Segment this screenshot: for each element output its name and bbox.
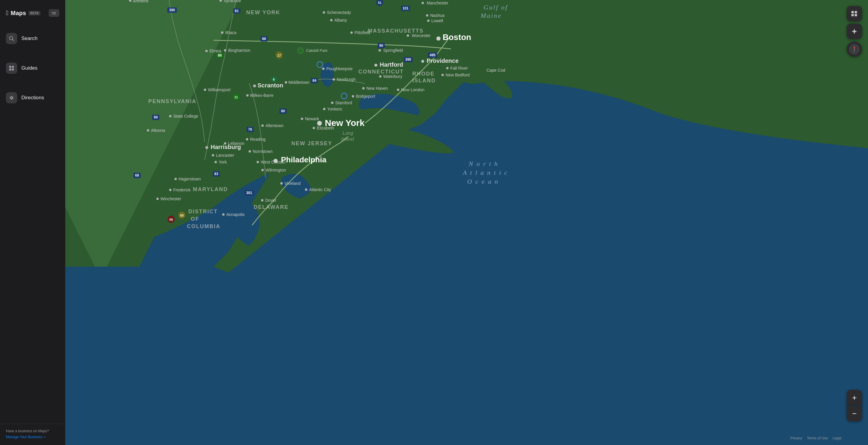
svg-text:Bridgeport: Bridgeport (356, 94, 375, 99)
business-prompt: Have a business on Maps? (6, 429, 59, 434)
svg-point-131 (215, 161, 217, 163)
svg-point-101 (331, 102, 334, 104)
sidebar-item-guides[interactable]: Guides (0, 53, 65, 83)
svg-text:Syracuse: Syracuse (224, 0, 241, 3)
sidebar-item-search[interactable]: Search (0, 24, 65, 53)
svg-point-149 (156, 198, 159, 200)
beta-badge: BETA (29, 11, 40, 15)
svg-text:York: York (219, 160, 227, 164)
svg-text:Frederick: Frederick (173, 187, 191, 192)
svg-point-145 (169, 189, 172, 191)
svg-text:N: N (854, 46, 855, 48)
svg-point-71 (317, 121, 322, 126)
svg-text:Manchester: Manchester (427, 1, 448, 5)
layers-button[interactable] (847, 6, 862, 21)
svg-text:Allentown: Allentown (266, 123, 284, 128)
map-svg: .ocean { fill: #1a4a6e; } .land { fill: … (65, 0, 868, 445)
svg-text:Providence: Providence (427, 58, 459, 64)
svg-text:Worcester: Worcester (412, 33, 431, 38)
svg-text:NEW YORK: NEW YORK (246, 9, 280, 15)
svg-line-1 (12, 39, 14, 41)
svg-text:West Chester: West Chester (261, 160, 286, 164)
svg-point-69 (436, 36, 440, 41)
svg-point-159 (205, 50, 208, 52)
svg-point-143 (222, 213, 224, 216)
svg-point-163 (221, 31, 223, 34)
apple-logo-icon:  (6, 10, 8, 16)
svg-point-109 (261, 125, 264, 127)
svg-text:Annapolis: Annapolis (226, 212, 245, 217)
svg-point-79 (378, 49, 381, 52)
svg-text:A t l a n t i c: A t l a n t i c (462, 169, 508, 176)
legal-link[interactable]: Legal (833, 436, 841, 440)
svg-point-169 (426, 14, 428, 16)
svg-text:Wilkes-Barre: Wilkes-Barre (250, 93, 274, 98)
svg-text:Yonkers: Yonkers (327, 107, 342, 111)
sidebar-item-directions[interactable]: Directions (0, 83, 65, 112)
svg-text:Island: Island (341, 137, 354, 142)
svg-text:50: 50 (180, 214, 184, 217)
svg-text:Reading: Reading (250, 137, 266, 142)
location-button[interactable] (847, 24, 862, 39)
svg-rect-179 (851, 14, 854, 16)
svg-point-167 (427, 20, 430, 22)
sidebar-toggle-button[interactable] (49, 9, 59, 17)
svg-rect-180 (855, 14, 857, 16)
svg-text:DISTRICT: DISTRICT (188, 209, 218, 214)
svg-text:New London: New London (401, 88, 425, 92)
svg-text:Nashua: Nashua (430, 13, 444, 18)
svg-point-77 (421, 60, 424, 63)
svg-text:301: 301 (246, 191, 252, 195)
svg-text:MARYLAND: MARYLAND (193, 186, 228, 192)
svg-text:State College: State College (173, 114, 198, 118)
compass-label: N (849, 44, 860, 55)
svg-text:Altoona: Altoona (151, 128, 165, 133)
svg-point-117 (446, 67, 448, 69)
svg-point-137 (280, 182, 283, 184)
zoom-out-button[interactable]: − (847, 406, 862, 421)
svg-text:Atlantic City: Atlantic City (309, 187, 331, 192)
svg-point-113 (313, 127, 315, 129)
business-banner: Have a business on Maps? Manage Your Bus… (0, 424, 65, 445)
manage-business-link[interactable]: Manage Your Business ↗ (6, 435, 59, 439)
zoom-controls: + − (847, 390, 862, 421)
map-container[interactable]: .ocean { fill: #1a4a6e; } .land { fill: … (65, 0, 868, 445)
svg-text:Waterbury: Waterbury (383, 74, 402, 79)
svg-text:Williamsport: Williamsport (208, 88, 230, 92)
privacy-link[interactable]: Privacy (790, 436, 802, 440)
svg-text:Dover: Dover (265, 198, 277, 203)
svg-text:Fall River: Fall River (450, 66, 468, 70)
svg-text:CONNECTICUT: CONNECTICUT (359, 69, 404, 75)
svg-rect-178 (855, 11, 857, 13)
svg-text:84: 84 (312, 78, 316, 83)
svg-rect-3 (12, 66, 14, 68)
svg-point-139 (305, 189, 307, 191)
svg-point-105 (285, 81, 287, 83)
map-controls: N (847, 6, 862, 57)
svg-point-75 (374, 64, 377, 67)
guides-nav-icon (6, 63, 17, 74)
zoom-in-button[interactable]: + (847, 390, 862, 405)
svg-point-97 (352, 95, 354, 98)
svg-point-85 (323, 11, 325, 13)
svg-text:90: 90 (379, 43, 383, 48)
svg-point-87 (330, 19, 333, 21)
svg-text:Cape Cod: Cape Cod (487, 68, 505, 73)
svg-text:Binghamton: Binghamton (228, 48, 250, 53)
directions-nav-icon (6, 92, 17, 103)
svg-text:OF: OF (191, 216, 199, 222)
svg-point-155 (169, 115, 172, 117)
svg-point-89 (350, 31, 353, 34)
svg-point-147 (175, 178, 177, 180)
svg-point-111 (301, 117, 303, 120)
compass-button[interactable]: N (847, 41, 862, 57)
terms-link[interactable]: Terms of Use (807, 436, 828, 440)
svg-text:Elizabeth: Elizabeth (317, 126, 334, 130)
sidebar-toggle-icon (52, 12, 56, 14)
directions-nav-label: Directions (21, 95, 44, 101)
svg-point-95 (362, 87, 365, 90)
svg-text:78: 78 (248, 127, 252, 132)
svg-text:Stamford: Stamford (335, 100, 352, 105)
svg-text:99: 99 (154, 115, 158, 119)
svg-point-67 (298, 48, 304, 54)
